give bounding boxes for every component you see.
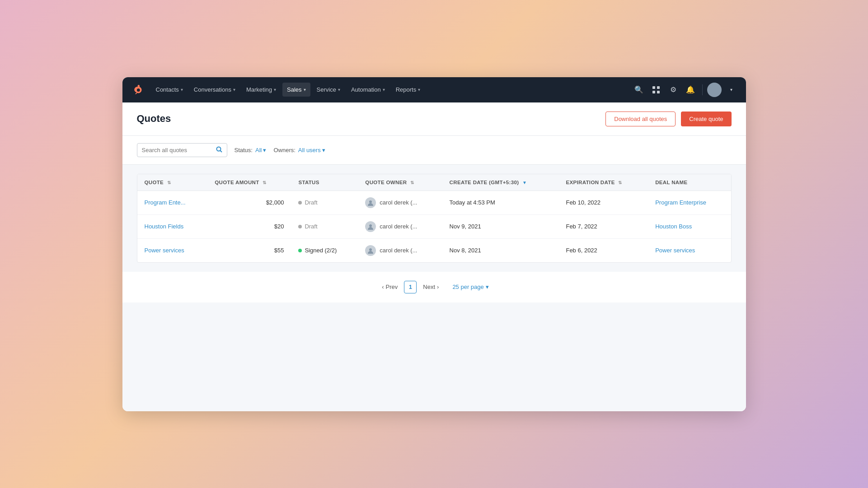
col-create-date[interactable]: CREATE DATE (GMT+5:30) ▼ <box>442 174 559 191</box>
expiration-date-cell: Feb 6, 2022 <box>558 238 648 262</box>
col-owner[interactable]: QUOTE OWNER ⇅ <box>358 174 442 191</box>
create-date-cell: Nov 9, 2021 <box>442 214 559 238</box>
prev-page-button[interactable]: ‹ Prev <box>379 282 400 292</box>
per-page-selector[interactable]: 25 per page ▾ <box>452 284 488 290</box>
header-actions: Download all quotes Create quote <box>605 112 731 126</box>
table-row: Power services$55Signed (2/2)carol derek… <box>137 238 731 262</box>
expiration-date-cell: Feb 10, 2022 <box>558 191 648 214</box>
chevron-down-icon: ▾ <box>181 87 183 92</box>
owners-filter-button[interactable]: All users ▾ <box>298 147 325 153</box>
dot-draft-icon <box>298 201 302 204</box>
chevron-down-icon: ▾ <box>304 87 306 92</box>
status-draft: Draft <box>298 199 351 206</box>
owner-cell: carol derek (... <box>358 191 442 214</box>
status-label: Status: <box>235 147 253 153</box>
chevron-down-icon: ▾ <box>418 87 420 92</box>
search-input[interactable] <box>142 147 212 153</box>
search-icon <box>216 146 222 154</box>
svg-rect-0 <box>652 86 655 89</box>
deal-name-cell[interactable]: Program Enterprise <box>648 191 731 214</box>
quote-cell[interactable]: Program Ente... <box>137 191 208 214</box>
svg-point-8 <box>369 248 372 251</box>
owner-avatar <box>365 197 376 208</box>
chevron-down-icon: ▾ <box>322 147 325 153</box>
page-title: Quotes <box>137 113 171 125</box>
status-cell: Signed (2/2) <box>291 238 358 262</box>
expiration-date-cell: Feb 7, 2022 <box>558 214 648 238</box>
nav-conversations[interactable]: Conversations ▾ <box>189 83 240 97</box>
content-area: Quotes Download all quotes Create quote … <box>122 102 746 411</box>
create-date-cell: Nov 8, 2021 <box>442 238 559 262</box>
owner-cell: carol derek (... <box>358 238 442 262</box>
chevron-down-icon: ▾ <box>233 87 235 92</box>
deal-name-cell[interactable]: Power services <box>648 238 731 262</box>
navbar: Contacts ▾ Conversations ▾ Marketing ▾ S… <box>122 77 746 102</box>
settings-icon-btn[interactable]: ⚙ <box>666 83 680 97</box>
chevron-down-icon: ▾ <box>383 87 385 92</box>
deal-name-cell[interactable]: Houston Boss <box>648 214 731 238</box>
quotes-table-wrapper: QUOTE ⇅ QUOTE AMOUNT ⇅ STATUS QUOTE OWNE… <box>137 174 732 263</box>
owner-avatar <box>365 221 376 232</box>
quotes-table: QUOTE ⇅ QUOTE AMOUNT ⇅ STATUS QUOTE OWNE… <box>137 174 731 262</box>
svg-rect-2 <box>652 91 655 93</box>
nav-reports[interactable]: Reports ▾ <box>391 83 425 97</box>
nav-automation[interactable]: Automation ▾ <box>347 83 389 97</box>
svg-rect-3 <box>657 91 660 93</box>
svg-rect-1 <box>657 86 660 89</box>
quote-cell[interactable]: Power services <box>137 238 208 262</box>
search-box[interactable] <box>137 143 227 157</box>
chevron-down-icon: ▾ <box>263 147 266 153</box>
svg-point-6 <box>369 200 372 203</box>
search-icon-btn[interactable]: 🔍 <box>632 83 646 97</box>
table-row: Houston Fields$20Draftcarol derek (...No… <box>137 214 731 238</box>
svg-point-4 <box>216 147 221 151</box>
status-signed: Signed (2/2) <box>298 247 351 254</box>
chevron-left-icon: ‹ <box>382 284 384 290</box>
hubspot-logo[interactable] <box>130 82 146 98</box>
nav-service[interactable]: Service ▾ <box>312 83 345 97</box>
quote-cell[interactable]: Houston Fields <box>137 214 208 238</box>
col-amount[interactable]: QUOTE AMOUNT ⇅ <box>207 174 291 191</box>
create-date-cell: Today at 4:53 PM <box>442 191 559 214</box>
download-all-quotes-button[interactable]: Download all quotes <box>605 112 676 126</box>
col-status: STATUS <box>291 174 358 191</box>
nav-icon-group: 🔍 ⚙ 🔔 ▾ <box>632 83 739 97</box>
chevron-down-icon: ▾ <box>338 87 340 92</box>
status-filter-button[interactable]: All ▾ <box>255 147 266 153</box>
svg-line-5 <box>220 150 222 152</box>
col-deal-name: DEAL NAME <box>648 174 731 191</box>
create-quote-button[interactable]: Create quote <box>681 112 731 126</box>
nav-contacts[interactable]: Contacts ▾ <box>151 83 188 97</box>
chevron-down-icon: ▾ <box>274 87 276 92</box>
owner-name: carol derek (... <box>380 199 417 206</box>
dot-draft-icon <box>298 225 302 228</box>
sort-active-icon: ▼ <box>522 180 527 185</box>
notifications-icon-btn[interactable]: 🔔 <box>683 83 698 97</box>
amount-cell: $2,000 <box>207 191 291 214</box>
owner-name: carol derek (... <box>380 247 417 254</box>
amount-cell: $20 <box>207 214 291 238</box>
pagination: ‹ Prev 1 Next › 25 per page ▾ <box>122 272 746 302</box>
dot-signed-icon <box>298 249 302 252</box>
owners-label: Owners: <box>273 147 295 153</box>
next-page-button[interactable]: Next › <box>420 282 441 292</box>
status-cell: Draft <box>291 214 358 238</box>
user-avatar[interactable] <box>707 83 722 97</box>
page-number-1[interactable]: 1 <box>404 281 417 293</box>
avatar-chevron-icon[interactable]: ▾ <box>724 83 739 97</box>
status-text: Draft <box>305 223 317 230</box>
nav-marketing[interactable]: Marketing ▾ <box>242 83 281 97</box>
main-window: Contacts ▾ Conversations ▾ Marketing ▾ S… <box>122 77 746 411</box>
sort-icon: ⇅ <box>618 180 622 185</box>
table-row: Program Ente...$2,000Draftcarol derek (.… <box>137 191 731 214</box>
apps-icon-btn[interactable] <box>649 83 663 97</box>
status-text: Draft <box>305 199 317 206</box>
owner-name: carol derek (... <box>380 223 417 230</box>
status-draft: Draft <box>298 223 351 230</box>
col-expiration[interactable]: EXPIRATION DATE ⇅ <box>558 174 648 191</box>
status-filter-group: Status: All ▾ <box>235 147 267 153</box>
nav-sales[interactable]: Sales ▾ <box>282 83 310 97</box>
owner-avatar <box>365 245 376 256</box>
sort-icon: ⇅ <box>263 180 266 185</box>
col-quote[interactable]: QUOTE ⇅ <box>137 174 208 191</box>
